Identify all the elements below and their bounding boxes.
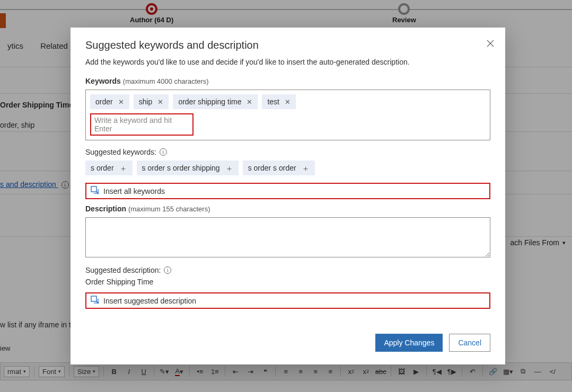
keyword-chip[interactable]: test✕ xyxy=(262,94,296,109)
outdent-icon[interactable]: ⇤ xyxy=(230,366,241,377)
info-icon[interactable]: i xyxy=(164,266,171,274)
suggested-keyword-chip[interactable]: s order s order＋ xyxy=(243,161,315,175)
bg-suggested-link[interactable]: s and description i xyxy=(0,180,69,189)
bullet-list-icon[interactable]: •≡ xyxy=(194,366,206,377)
remove-chip-icon[interactable]: ✕ xyxy=(247,98,252,106)
keyword-entry-input[interactable]: Write a keyword and hit Enter xyxy=(90,113,193,136)
video-icon[interactable]: ▶ xyxy=(410,366,422,377)
italic-icon[interactable]: I xyxy=(123,366,135,377)
strikethrough-icon[interactable]: abc xyxy=(375,366,386,377)
page-nav: ytics Related xyxy=(0,41,75,50)
insert-icon xyxy=(91,186,99,196)
suggested-keywords-list: s order＋s order s order shipping＋s order… xyxy=(85,161,490,175)
step-dot-active xyxy=(146,3,157,15)
font-color-icon[interactable]: A▾ xyxy=(173,366,185,377)
insert-suggested-description-button[interactable]: Insert suggested description xyxy=(85,292,490,309)
insert-icon xyxy=(91,296,99,306)
highlight-icon[interactable]: ✎▾ xyxy=(159,366,170,377)
suggested-keyword-chip[interactable]: s order＋ xyxy=(85,161,133,175)
keyword-chip[interactable]: order✕ xyxy=(90,94,129,109)
nav-analytics[interactable]: ytics xyxy=(7,41,23,50)
modal-title: Suggested keywords and description xyxy=(85,39,490,51)
keyword-chip-list: order✕ship✕order shipping time✕test✕ xyxy=(90,94,486,109)
keyword-chip[interactable]: ship✕ xyxy=(134,94,169,109)
bg-keywords-value: order, ship xyxy=(0,121,34,129)
image-icon[interactable]: 🖼 xyxy=(395,366,407,377)
add-chip-icon[interactable]: ＋ xyxy=(225,164,233,172)
info-icon: i xyxy=(61,181,69,189)
chip-label: order xyxy=(95,97,113,106)
add-chip-icon[interactable]: ＋ xyxy=(302,164,310,172)
bg-allow-list-text: w list if any iframe in t xyxy=(0,320,71,329)
chip-label: s order s order shipping xyxy=(142,164,220,172)
cancel-button[interactable]: Cancel xyxy=(449,334,490,352)
bold-icon[interactable]: B xyxy=(108,366,120,377)
step-review: Review xyxy=(392,3,416,24)
accent-tab xyxy=(0,13,6,28)
nav-related[interactable]: Related xyxy=(40,41,68,50)
insert-all-keywords-label: Insert all keywords xyxy=(103,187,165,195)
keywords-label: Keywords (maximum 4000 characters) xyxy=(85,77,490,85)
underline-icon[interactable]: U xyxy=(138,366,149,377)
table-icon[interactable]: ▦▾ xyxy=(502,366,514,377)
chip-label: order shipping time xyxy=(178,97,241,106)
toolbar-font-dropdown[interactable]: Font▾ xyxy=(39,366,65,377)
modal-subtitle: Add the keywords you'd like to use and d… xyxy=(85,58,490,66)
modal-footer: Apply Changes Cancel xyxy=(85,334,490,352)
toolbar-format-dropdown[interactable]: rmat▾ xyxy=(4,366,30,377)
subscript-icon[interactable]: x2 xyxy=(360,366,372,377)
toolbar-size-dropdown[interactable]: Size▾ xyxy=(74,366,99,377)
add-chip-icon[interactable]: ＋ xyxy=(119,164,127,172)
chip-label: test xyxy=(267,97,279,106)
insert-all-keywords-button[interactable]: Insert all keywords xyxy=(85,183,490,199)
chip-label: s order xyxy=(91,164,114,172)
chip-label: ship xyxy=(139,97,153,106)
step-review-label: Review xyxy=(392,16,416,24)
quote-icon[interactable]: ❝ xyxy=(259,366,271,377)
svg-rect-1 xyxy=(91,296,96,301)
description-textarea[interactable] xyxy=(85,217,490,257)
info-icon[interactable]: i xyxy=(160,148,167,156)
align-left-icon[interactable]: ≡ xyxy=(280,366,292,377)
insert-suggested-description-label: Insert suggested description xyxy=(103,297,196,305)
link-icon[interactable]: 🔗 xyxy=(487,366,499,377)
ltr-icon[interactable]: ¶◀ xyxy=(431,366,443,377)
suggested-description-label: Suggested description: i xyxy=(85,266,490,274)
remove-chip-icon[interactable]: ✕ xyxy=(285,98,291,106)
rtl-icon[interactable]: ¶▶ xyxy=(446,366,457,377)
remove-chip-icon[interactable]: ✕ xyxy=(118,98,124,106)
undo-icon[interactable]: ↶ xyxy=(467,366,478,377)
workflow-stepper: Author (64 D) Review xyxy=(0,3,572,20)
suggested-keywords-modal: Suggested keywords and description Add t… xyxy=(71,28,505,364)
remove-chip-icon[interactable]: ✕ xyxy=(157,98,163,106)
chevron-down-icon: ▾ xyxy=(562,239,566,246)
superscript-icon[interactable]: x2 xyxy=(345,366,357,377)
description-label: Description (maximum 155 characters) xyxy=(85,204,490,213)
align-justify-icon[interactable]: ≡ xyxy=(324,366,336,377)
suggested-description-value: Order Shipping Time xyxy=(85,278,490,286)
align-center-icon[interactable]: ≡ xyxy=(295,366,306,377)
align-right-icon[interactable]: ≡ xyxy=(310,366,321,377)
attach-files-from[interactable]: ach Files From ▾ xyxy=(510,238,566,247)
chip-label: s order s order xyxy=(248,164,296,172)
close-icon[interactable] xyxy=(486,39,495,48)
svg-rect-0 xyxy=(91,186,96,192)
embed-icon[interactable]: ⧉ xyxy=(517,366,529,377)
step-author: Author (64 D) xyxy=(130,3,173,24)
apply-changes-button[interactable]: Apply Changes xyxy=(375,334,443,352)
number-list-icon[interactable]: 1≡ xyxy=(209,366,221,377)
step-author-label: Author (64 D) xyxy=(130,16,173,24)
bg-view-text: iew xyxy=(0,344,11,352)
step-dot-inactive xyxy=(398,3,410,15)
code-icon[interactable]: </ xyxy=(547,366,558,377)
keywords-input-area[interactable]: order✕ship✕order shipping time✕test✕ Wri… xyxy=(85,90,490,140)
suggested-keyword-chip[interactable]: s order s order shipping＋ xyxy=(137,161,239,175)
hr-icon[interactable]: — xyxy=(532,366,543,377)
editor-toolbar: rmat▾ Font▾ Size▾ B I U ✎▾ A▾ •≡ 1≡ ⇤ ⇥ … xyxy=(0,362,572,380)
suggested-keywords-label: Suggested keywords: i xyxy=(85,148,490,156)
bg-order-title: Order Shipping Time xyxy=(0,101,73,109)
indent-icon[interactable]: ⇥ xyxy=(244,366,256,377)
keyword-chip[interactable]: order shipping time✕ xyxy=(173,94,258,109)
